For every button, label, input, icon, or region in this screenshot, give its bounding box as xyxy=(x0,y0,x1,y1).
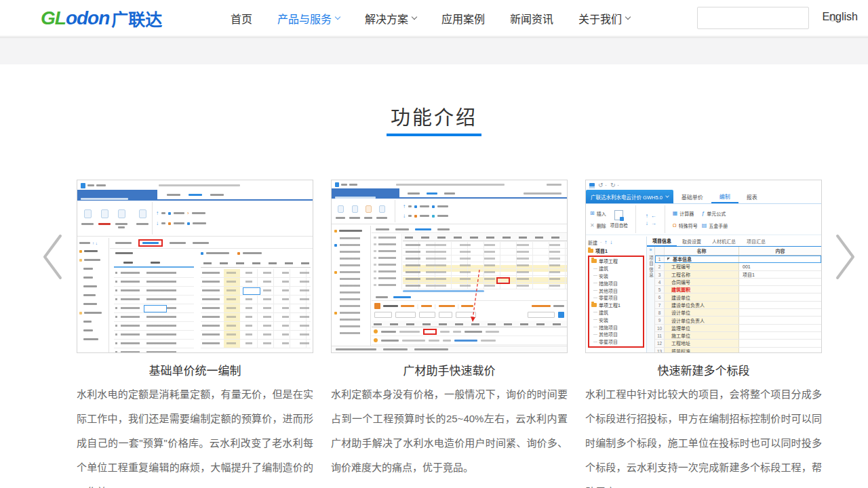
table-row[interactable]: 12 工程地址 xyxy=(655,340,821,347)
tree-node[interactable]: 零星项目 xyxy=(591,294,643,302)
feature-card-1: ↑› ↓ ↑ ↓ xyxy=(77,180,313,488)
project-tree-panel: 新建·↑↓ 项目1 单项工程建筑安装措施项目其他项目零星项目单项工程1建筑安装措… xyxy=(586,237,647,352)
chevron-right-icon xyxy=(834,232,857,281)
nav-item[interactable]: 首页 xyxy=(231,10,252,26)
ribbon-tab[interactable]: 基础单价 xyxy=(673,190,711,203)
language-switch-english[interactable]: English xyxy=(823,11,858,23)
tree-node[interactable]: 措施项目 xyxy=(591,323,643,331)
table-row[interactable]: 4 合同编号 xyxy=(655,279,821,286)
app-menu-button[interactable]: 广联达水利水电云计价 GWH5.0 xyxy=(586,190,673,203)
source-price-red-box xyxy=(496,277,510,284)
special-symbol-button[interactable]: Ω特殊符号 xyxy=(673,221,698,230)
project-tree-panel: ↑ ↓ xyxy=(77,238,109,352)
tree-node[interactable]: 单项工程 xyxy=(591,258,643,265)
nav-item[interactable]: 关于我们 xyxy=(578,10,630,26)
feature-description: 水利定额本身没有价格，一般情况下，询价的时间要占到一个工程预算时长的25~40%… xyxy=(331,382,568,480)
project-root-node[interactable]: 项目1 xyxy=(588,247,644,255)
selected-cell xyxy=(144,305,167,312)
table-row[interactable]: 1 基本信息 xyxy=(655,256,821,263)
feature-card-3-screenshot: ↺ · ↻ · 广联达水利水电云计价 GWH5.0 基础单价编制报表 ⊞插入 ✕… xyxy=(585,180,822,353)
new-button[interactable]: 新建 xyxy=(588,239,597,246)
table-row[interactable]: 8 设计单位 xyxy=(655,309,821,317)
expand-strip-icon[interactable]: » xyxy=(650,247,652,253)
carousel-prev-button[interactable] xyxy=(41,232,64,284)
delete-icon: ✕ xyxy=(590,223,595,228)
side-strip: » 项目信息 xyxy=(647,247,655,352)
feature-title: 广材助手快速载价 xyxy=(331,361,568,378)
table-row[interactable]: 11 施工单位 xyxy=(655,332,821,340)
calculator-button[interactable]: ▦计算器 xyxy=(673,209,698,218)
price-search-input[interactable] xyxy=(528,312,555,318)
toolbar-icon xyxy=(366,205,372,213)
nav-item[interactable]: 应用案例 xyxy=(441,10,485,26)
subheader-band xyxy=(0,37,868,64)
panel-tab[interactable]: 取费设置 xyxy=(677,237,707,247)
main-nav: 首页产品与服务解决方案应用案例新闻资讯关于我们 xyxy=(231,0,630,37)
material-icon xyxy=(374,338,378,342)
feature-card-1-screenshot: ↑› ↓ ↑ ↓ xyxy=(77,180,313,353)
calculator-icon: ▦ xyxy=(673,211,678,216)
feature-description: 水利水电的定额是消耗量定额，有量无价，但是在实际工作中，我们还是需要编制定额的预… xyxy=(77,382,313,488)
ribbon-tab[interactable]: 报表 xyxy=(738,190,766,203)
glodon-product-page: GLodon 广联达 首页产品与服务解决方案应用案例新闻资讯关于我们 Engli… xyxy=(0,0,868,488)
table-row[interactable]: 10 监理单位 xyxy=(655,325,821,332)
table-row[interactable]: 5 建筑面积 xyxy=(655,286,821,293)
tree-node[interactable]: 单项工程1 xyxy=(591,302,643,309)
screenshot-multi-section-project: ↺ · ↻ · 广联达水利水电云计价 GWH5.0 基础单价编制报表 ⊞插入 ✕… xyxy=(586,180,821,352)
tree-node[interactable]: 建筑 xyxy=(591,309,643,317)
move-arrows[interactable]: ↑←↓→ xyxy=(644,212,657,227)
scrollbar[interactable] xyxy=(403,290,484,292)
insert-button[interactable]: ⊞插入 xyxy=(590,209,606,218)
panel-tab[interactable]: 人材机汇总 xyxy=(707,237,741,247)
table-row[interactable]: 9 设计单位负责人 xyxy=(655,317,821,324)
nav-item-label: 关于我们 xyxy=(578,10,622,26)
book-icon: ▤ xyxy=(702,223,707,228)
tree-node[interactable]: 建筑 xyxy=(591,265,643,272)
nav-item-label: 应用案例 xyxy=(441,10,485,26)
logo-blue-part: odon xyxy=(66,7,109,28)
carousel-next-button[interactable] xyxy=(834,232,857,284)
redo-icon: ↻ · xyxy=(610,182,619,188)
logo-green-part: GL xyxy=(41,7,66,28)
glodon-logo[interactable]: GLodon 广联达 xyxy=(41,6,162,30)
ribbon-tab[interactable]: 编制 xyxy=(711,190,738,203)
tree-node[interactable]: 安装 xyxy=(591,316,643,323)
app-icon xyxy=(335,182,339,187)
delete-button[interactable]: ✕删除 xyxy=(590,221,606,230)
nav-item[interactable]: 新闻资讯 xyxy=(510,10,553,26)
cell-formula-button[interactable]: ƒ单元公式 xyxy=(702,209,728,218)
toolbar-icon xyxy=(118,209,125,218)
table-row[interactable]: 13 质量标准 xyxy=(655,348,821,352)
panel-tab[interactable]: 项目汇总 xyxy=(741,237,771,247)
table-row[interactable]: 2 工程编号 001 xyxy=(655,263,821,270)
material-icon xyxy=(374,329,378,333)
tree-node[interactable]: 措施项目 xyxy=(591,279,643,287)
chevron-down-icon xyxy=(625,14,631,20)
tree-node[interactable]: 其他项目 xyxy=(591,287,643,294)
highlighted-tab-red-box xyxy=(138,239,163,247)
self-check-button[interactable]: 项目自检 xyxy=(610,210,628,228)
undo-icon: ↺ · xyxy=(598,182,607,188)
toolbar-icon xyxy=(139,209,146,218)
table-row[interactable]: 6 建设单位 xyxy=(655,293,821,301)
loaded-price-red-box xyxy=(423,329,437,335)
self-check-icon xyxy=(614,210,623,220)
feature-card-3: ↺ · ↻ · 广联达水利水电云计价 GWH5.0 基础单价编制报表 ⊞插入 ✕… xyxy=(585,180,822,488)
table-row[interactable]: 7 建设单位负责人 xyxy=(655,302,821,309)
toolbar-icon xyxy=(84,209,92,218)
save-icon xyxy=(589,183,595,188)
nav-item[interactable]: 产品与服务 xyxy=(277,10,340,26)
hardware-manual-button[interactable]: ▤五金手册 xyxy=(702,221,728,230)
tree-node[interactable]: 安装 xyxy=(591,272,643,280)
price-search-button[interactable] xyxy=(558,312,564,318)
table-row[interactable]: 3 工程名称 项目1 xyxy=(655,271,821,279)
search-input[interactable] xyxy=(698,7,828,28)
tree-node[interactable]: 零星项目 xyxy=(591,338,643,346)
tree-node[interactable]: 其他项目 xyxy=(591,331,643,338)
search-box[interactable] xyxy=(697,7,809,29)
panel-tab[interactable]: 项目信息 xyxy=(647,237,677,247)
column-header-content: 内容 xyxy=(739,247,821,255)
section-title: 功能介绍 xyxy=(0,102,868,130)
feature-card-2-screenshot: ↑ ↓ xyxy=(331,180,568,353)
nav-item[interactable]: 解决方案 xyxy=(365,10,416,26)
